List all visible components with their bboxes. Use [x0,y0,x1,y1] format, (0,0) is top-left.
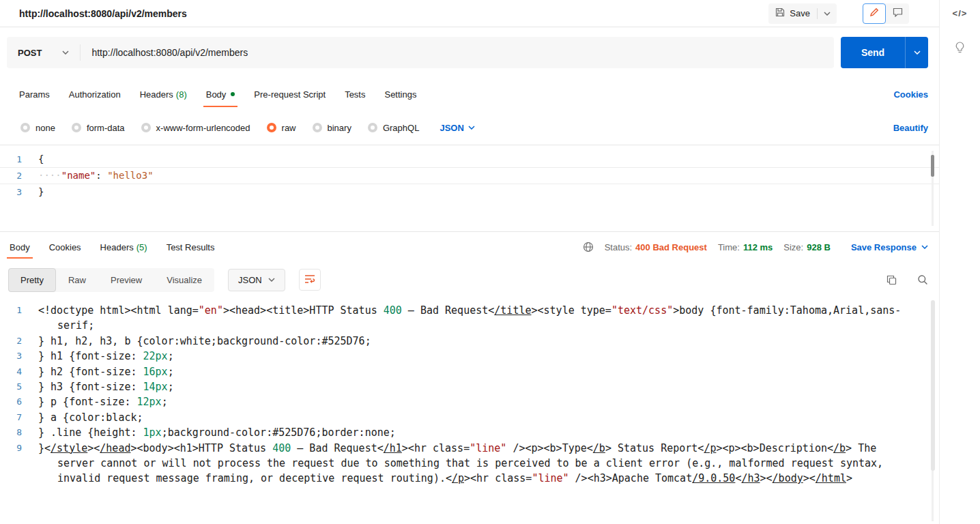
send-button[interactable]: Send [841,37,905,68]
line-content: } h2 {font-size: 16px; [38,364,913,379]
chevron-down-icon [62,50,69,55]
request-title: http://localhost:8080/api/v2/members [19,8,768,19]
response-body: 1<!doctype html><html lang="en"><head><t… [0,297,939,524]
copy-icon[interactable] [887,275,897,285]
cookies-link[interactable]: Cookies [893,89,928,100]
method-selector[interactable]: POST [7,48,80,58]
save-response-button[interactable]: Save Response [851,242,928,252]
response-toolbar-right [887,274,928,285]
line-content: } h1, h2, h3, b {color:white;background-… [38,334,913,349]
beautify-link[interactable]: Beautify [893,123,928,133]
mode-none[interactable]: none [20,123,55,133]
url-box: POST http://localhost:8080/api/v2/member… [7,37,834,68]
chevron-down-icon [824,12,831,16]
view-preview[interactable]: Preview [98,268,154,292]
response-tab-body[interactable]: Body [0,232,40,262]
time-value: 112 ms [743,242,773,252]
editor-scrollbar[interactable] [931,155,934,177]
pencil-icon [869,8,879,19]
mode-raw[interactable]: raw [267,123,296,133]
main-panel: http://localhost:8080/api/v2/members Sav… [0,0,939,524]
mode-binary[interactable]: binary [313,123,351,133]
response-line: 7} a {color:black; [0,410,939,425]
line-number: 5 [0,379,38,394]
radio-icon [313,123,322,132]
wrap-lines-icon [304,274,315,286]
line-content: } h1 {font-size: 22px; [38,349,913,364]
line-content: }</style></head><body><h1>HTTP Status 40… [38,441,913,486]
time-indicator: Time: 112 ms [718,242,773,252]
mode-graphql[interactable]: GraphQL [368,123,419,133]
wrap-lines-button[interactable] [299,269,321,291]
tab-tests[interactable]: Tests [335,78,375,111]
save-options-button[interactable] [818,12,837,16]
edit-comment-group [863,3,909,24]
right-sidebar: </> [939,0,980,524]
response-scrollbar[interactable] [931,300,935,471]
size-indicator: Size: 928 B [783,242,831,252]
response-tab-cookies[interactable]: Cookies [40,232,91,262]
response-view-switcher: Pretty Raw Preview Visualize [8,268,214,292]
response-line: 2} h1, h2, h3, b {color:white;background… [0,334,939,349]
tab-body[interactable]: Body [197,78,245,111]
request-body-editor[interactable]: 1{2····"name": "hello3"3} [0,145,939,231]
line-number: 7 [0,410,38,425]
lightbulb-icon[interactable] [954,42,966,56]
tab-authorization[interactable]: Authorization [59,78,130,111]
view-visualize[interactable]: Visualize [154,268,214,292]
radio-icon [141,123,151,132]
line-number: 1 [0,151,38,167]
raw-language-selector[interactable]: JSON [439,123,474,133]
line-content: { [38,151,44,167]
editor-line: 1{ [0,151,939,167]
radio-icon [20,123,30,132]
radio-icon [368,123,377,132]
send-options-button[interactable] [905,37,928,68]
response-format-selector[interactable]: JSON [228,269,285,291]
search-icon[interactable] [917,274,928,285]
editor-line: 2····"name": "hello3" [0,167,939,184]
line-content: } h3 {font-size: 14px; [38,379,913,394]
mode-form-data[interactable]: form-data [72,123,125,133]
line-content: } [38,184,44,200]
network-globe-icon[interactable] [583,242,594,252]
response-code: 1<!doctype html><html lang="en"><head><t… [0,303,939,486]
size-value: 928 B [807,242,831,252]
status-indicator: Status: 400 Bad Request [605,242,707,252]
radio-selected-icon [267,123,276,132]
editor-code: 1{2····"name": "hello3"3} [0,151,939,200]
status-value: 400 Bad Request [635,242,707,252]
response-tab-headers[interactable]: Headers(5) [91,232,157,262]
tab-pre-request-script[interactable]: Pre-request Script [244,78,335,111]
line-content: ····"name": "hello3" [38,168,154,184]
tab-headers[interactable]: Headers(8) [130,78,197,111]
comments-button[interactable] [886,3,909,24]
line-content: } p {font-size: 12px; [38,394,913,409]
line-number: 1 [0,303,38,318]
response-line: 4} h2 {font-size: 16px; [0,364,939,379]
response-toolbar: Pretty Raw Preview Visualize JSON [0,262,939,297]
tab-settings[interactable]: Settings [375,78,426,111]
mode-x-www-form-urlencoded[interactable]: x-www-form-urlencoded [141,123,250,133]
response-line: 8} .line {height: 1px;background-color:#… [0,425,939,440]
line-number: 3 [0,349,38,364]
rename-button[interactable] [863,3,886,24]
response-line: 9}</style></head><body><h1>HTTP Status 4… [0,441,939,486]
url-input[interactable]: http://localhost:8080/api/v2/members [81,47,834,58]
tab-params[interactable]: Params [10,78,59,111]
response-panel: Body Cookies Headers(5) Test Results Sta… [0,231,939,524]
response-meta: Status: 400 Bad Request Time: 112 ms Siz… [583,242,928,252]
response-tab-test-results[interactable]: Test Results [157,232,225,262]
send-button-group: Send [841,37,928,68]
code-snippet-icon[interactable]: </> [953,8,968,18]
line-number: 4 [0,364,38,379]
save-button[interactable]: Save [768,8,817,19]
request-title-bar: http://localhost:8080/api/v2/members Sav… [0,0,939,27]
editor-line: 3} [0,184,939,200]
line-number: 3 [0,184,38,200]
line-number: 8 [0,425,38,440]
line-content: } a {color:black; [38,410,913,425]
view-pretty[interactable]: Pretty [8,268,56,292]
view-raw[interactable]: Raw [56,268,98,292]
response-tabs: Body Cookies Headers(5) Test Results [0,232,224,262]
